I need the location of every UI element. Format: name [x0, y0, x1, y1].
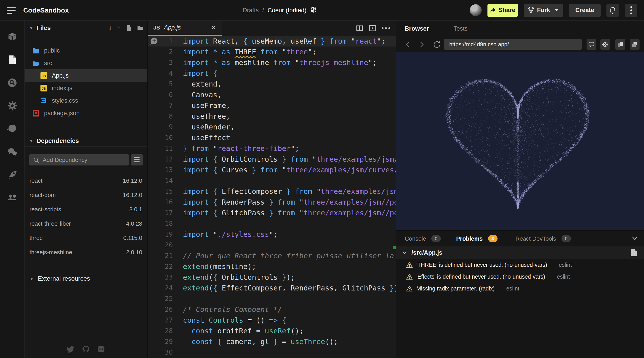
code-line-15[interactable]: 15import { EffectComposer } from "three/…	[148, 186, 396, 197]
code-line-21[interactable]: 21// Pour que React three friber puisse …	[148, 250, 396, 261]
problem-row[interactable]: Missing radix parameter. (radix)eslint	[396, 283, 644, 294]
code-line-14[interactable]: 14	[148, 175, 396, 186]
avatar[interactable]	[470, 4, 482, 16]
code-line-12[interactable]: 12import { OrbitControls } from "three/e…	[148, 154, 396, 164]
breadcrumb-sandbox-name[interactable]: Coeur (forked)	[268, 7, 306, 14]
more-options-button[interactable]	[625, 4, 637, 17]
code-line-22[interactable]: 22extend(meshline);	[148, 261, 396, 272]
code-line-28[interactable]: 28 const orbitRef = useRef();	[148, 326, 396, 336]
github-icon[interactable]	[0, 117, 24, 140]
code-line-20[interactable]: 20	[148, 240, 396, 250]
duplicate-view-button[interactable]	[630, 39, 640, 50]
code-line-1[interactable]: 1import React, { useMemo, useRef } from …	[148, 36, 396, 46]
project-icon[interactable]	[0, 25, 24, 48]
code-line-16[interactable]: 16import { RenderPass } from "three/exam…	[148, 197, 396, 208]
open-new-window-button[interactable]	[616, 39, 625, 50]
console-tab-problems[interactable]: Problems3	[456, 230, 498, 247]
code-line-27[interactable]: 27const Controls = () => {	[148, 315, 396, 326]
fork-dropdown-caret[interactable]	[554, 9, 558, 12]
file-row-package-json[interactable]: package.json	[24, 107, 147, 120]
external-resources-header[interactable]: ▸ External resources	[24, 272, 147, 285]
comments-icon[interactable]	[0, 140, 24, 163]
code-line-9[interactable]: 9 useRender,	[148, 122, 396, 132]
feedback-button[interactable]	[586, 39, 596, 50]
collapse-triangle-icon[interactable]: ▾	[30, 25, 32, 31]
file-row-styles-css[interactable]: styles.css	[24, 94, 147, 107]
tab-app-js[interactable]: JS App.js ✕	[148, 20, 222, 36]
code-line-30[interactable]: 30	[148, 347, 396, 358]
file-row-index-js[interactable]: JSindex.js	[24, 82, 147, 94]
code-line-23[interactable]: 23extend({ OrbitControls });	[148, 272, 396, 283]
code-line-2[interactable]: 2import * as THREE from "three";	[148, 46, 396, 57]
tab-browser[interactable]: Browser	[405, 25, 429, 32]
new-folder-icon[interactable]	[137, 25, 143, 31]
browser-preview[interactable]	[396, 52, 644, 230]
code-line-6[interactable]: 6 Canvas,	[148, 90, 396, 100]
new-file-icon[interactable]	[126, 25, 132, 31]
discord-icon[interactable]	[97, 345, 105, 353]
editor-more-icon[interactable]	[382, 27, 390, 29]
code-line-7[interactable]: 7 useFrame,	[148, 100, 396, 111]
open-preview-icon[interactable]	[369, 24, 376, 32]
files-section-header[interactable]: ▾ Files ↓ ↑	[24, 20, 147, 35]
code-line-24[interactable]: 24extend({ EffectComposer, RenderPass, G…	[148, 283, 396, 294]
download-icon[interactable]: ↓	[109, 24, 112, 32]
responsive-mode-button[interactable]	[600, 39, 610, 50]
dependency-row[interactable]: three0.115.0	[24, 231, 147, 245]
search-icon[interactable]	[0, 71, 24, 94]
tab-tests[interactable]: Tests	[454, 25, 468, 32]
code-line-25[interactable]: 25	[148, 294, 396, 304]
breadcrumb-folder[interactable]: Drafts	[242, 7, 259, 14]
code-line-17[interactable]: 17import { GlitchPass } from "three/exam…	[148, 208, 396, 218]
fork-button[interactable]: Fork	[524, 4, 563, 17]
code-line-19[interactable]: 19import "./styles.css";	[148, 229, 396, 240]
code-line-11[interactable]: 11} from "react-three-fiber";	[148, 143, 396, 154]
code-area[interactable]: 1import React, { useMemo, useRef } from …	[148, 36, 396, 358]
collapse-triangle-icon[interactable]: ▾	[30, 138, 32, 144]
split-view-icon[interactable]	[356, 24, 363, 32]
dependency-row[interactable]: threejs-meshline2.0.10	[24, 245, 147, 260]
refresh-icon[interactable]	[433, 40, 440, 48]
console-tab-console[interactable]: Console0	[405, 230, 441, 247]
code-line-13[interactable]: 13import { Curves } from "three/examples…	[148, 164, 396, 175]
url-input[interactable]	[444, 39, 582, 50]
settings-icon[interactable]	[0, 94, 24, 117]
github-link-icon[interactable]	[82, 345, 90, 353]
file-row-src[interactable]: src	[24, 57, 147, 69]
problem-row[interactable]: 'THREE' is defined but never used. (no-u…	[396, 259, 644, 271]
file-row-public[interactable]: public	[24, 44, 147, 57]
dependency-list-button[interactable]	[131, 154, 143, 166]
files-icon[interactable]	[0, 48, 24, 71]
dependency-row[interactable]: react-scripts3.0.1	[24, 202, 147, 216]
dependency-row[interactable]: react16.12.0	[24, 174, 147, 188]
live-users-icon[interactable]	[0, 186, 24, 209]
notifications-button[interactable]	[606, 4, 619, 17]
twitter-icon[interactable]	[67, 345, 75, 353]
expand-triangle-icon[interactable]: ▸	[31, 276, 33, 282]
code-line-18[interactable]: 18	[148, 218, 396, 229]
file-row-app-js[interactable]: JSApp.js	[24, 69, 147, 82]
menu-icon[interactable]	[7, 7, 16, 14]
code-line-10[interactable]: 10 useEffect	[148, 132, 396, 143]
upload-icon[interactable]: ↑	[118, 24, 121, 32]
dependency-row[interactable]: react-three-fiber4.0.28	[24, 216, 147, 231]
add-dependency-input[interactable]	[29, 154, 129, 166]
deployment-icon[interactable]	[0, 163, 24, 186]
code-line-26[interactable]: 26/* Controls Compoent */	[148, 304, 396, 315]
go-to-file-icon[interactable]	[630, 249, 637, 256]
code-line-8[interactable]: 8 useThree,	[148, 111, 396, 122]
forward-icon[interactable]	[419, 41, 424, 48]
close-tab-icon[interactable]: ✕	[211, 24, 216, 31]
collapse-console-icon[interactable]	[632, 236, 638, 241]
code-line-29[interactable]: 29 const { camera, gl } = useThree();	[148, 336, 396, 347]
share-button[interactable]: Share	[488, 4, 518, 17]
dependencies-section-header[interactable]: ▾ Dependencies	[24, 135, 147, 147]
create-button[interactable]: Create	[569, 4, 600, 17]
code-line-5[interactable]: 5 extend,	[148, 79, 396, 90]
back-icon[interactable]	[405, 41, 410, 48]
problem-row[interactable]: 'Effects' is defined but never used. (no…	[396, 271, 644, 283]
comment-plus-icon[interactable]	[150, 37, 158, 46]
code-line-4[interactable]: 4import {	[148, 68, 396, 79]
console-tab-react-devtools[interactable]: React DevTools0	[516, 230, 571, 247]
code-line-3[interactable]: 3import * as meshline from "threejs-mesh…	[148, 57, 396, 68]
